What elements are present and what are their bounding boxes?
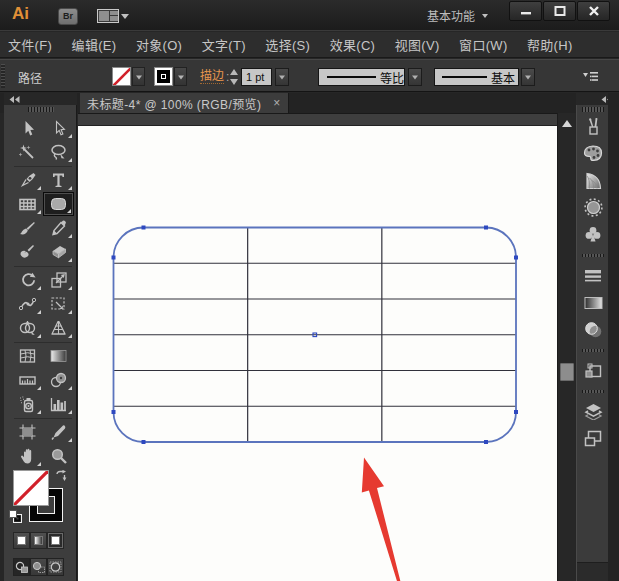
scrollbar-thumb[interactable] xyxy=(560,363,574,381)
bridge-button[interactable]: Br xyxy=(58,8,78,25)
default-fill-stroke-icon[interactable] xyxy=(9,510,22,523)
toolbar-grip[interactable] xyxy=(28,107,54,112)
panel-grip[interactable] xyxy=(1,64,5,88)
zoom-tool[interactable] xyxy=(43,444,74,468)
brushes-panel-button[interactable] xyxy=(577,113,609,140)
stroke-dropdown-button[interactable] xyxy=(174,67,187,86)
appearance-panel-button[interactable] xyxy=(577,194,609,221)
draw-inside-button[interactable] xyxy=(47,558,64,576)
rectangular-grid-tool[interactable] xyxy=(12,192,43,216)
free-transform-tool[interactable] xyxy=(43,292,74,316)
anchor-point[interactable] xyxy=(142,440,146,444)
stroke-panel-link[interactable]: 描边 xyxy=(200,70,224,84)
none-button[interactable] xyxy=(47,532,64,549)
artboard-tool[interactable] xyxy=(12,420,43,444)
fill-swatch-none[interactable] xyxy=(112,67,131,86)
symbol-sprayer-tool[interactable] xyxy=(12,392,43,416)
pencil-tool[interactable] xyxy=(43,216,74,240)
type-tool[interactable] xyxy=(43,168,74,192)
menu-item-8[interactable]: 帮助(H) xyxy=(527,35,573,54)
stroke-weight-input[interactable]: 1 pt xyxy=(241,68,272,86)
stroke-weight-dropdown-button[interactable] xyxy=(275,68,289,86)
layers-panel-button[interactable] xyxy=(577,398,609,425)
stroke-weight-stepper[interactable] xyxy=(230,68,241,86)
menu-item-0[interactable]: 文件(F) xyxy=(8,35,52,54)
artwork-table[interactable] xyxy=(78,113,557,581)
width-profile-dropdown-button[interactable] xyxy=(408,68,422,86)
lasso-tool[interactable] xyxy=(43,140,74,164)
anchor-point[interactable] xyxy=(484,440,488,444)
gradient-panel-button[interactable] xyxy=(577,289,609,316)
maximize-button[interactable] xyxy=(543,1,576,21)
stroke-swatch-black[interactable] xyxy=(154,67,173,86)
blend-tool[interactable] xyxy=(43,368,74,392)
swap-fill-stroke-icon[interactable] xyxy=(55,470,67,482)
selection-tool[interactable] xyxy=(12,116,43,140)
artboards-panel-button[interactable] xyxy=(577,425,609,452)
menu-item-4[interactable]: 选择(S) xyxy=(265,35,310,54)
anchor-point[interactable] xyxy=(112,256,116,260)
minimize-button[interactable] xyxy=(509,1,542,21)
dock-separator-grip[interactable] xyxy=(577,384,609,398)
menu-item-6[interactable]: 视图(V) xyxy=(395,35,440,54)
paintbrush-tool[interactable] xyxy=(12,216,43,240)
menu-item-7[interactable]: 窗口(W) xyxy=(459,35,507,54)
workspace-switcher[interactable]: 基本功能 xyxy=(427,0,488,31)
color-panel-button[interactable] xyxy=(577,140,609,167)
stepper-up-icon[interactable] xyxy=(230,69,238,75)
eraser-tool[interactable] xyxy=(43,240,74,264)
perspective-grid-tool[interactable] xyxy=(43,316,74,340)
stepper-down-icon[interactable] xyxy=(230,79,238,85)
draw-normal-button[interactable] xyxy=(13,558,30,576)
measure-tool[interactable] xyxy=(12,368,43,392)
anchor-point[interactable] xyxy=(112,410,116,414)
arrange-documents-button[interactable] xyxy=(97,9,129,24)
gradient-tool[interactable] xyxy=(43,344,74,368)
slice-tool[interactable] xyxy=(43,420,74,444)
collapse-toolbar-icon[interactable] xyxy=(9,96,20,103)
scale-tool[interactable] xyxy=(43,268,74,292)
width-tool[interactable] xyxy=(12,292,43,316)
menu-item-3[interactable]: 文字(T) xyxy=(202,35,246,54)
direct-selection-tool[interactable] xyxy=(43,116,74,140)
document-tab[interactable]: 未标题-4* @ 100% (RGB/预览) × xyxy=(80,93,289,113)
menu-item-5[interactable]: 效果(C) xyxy=(330,35,376,54)
anchor-point[interactable] xyxy=(142,226,146,230)
color-button[interactable] xyxy=(13,532,30,549)
rounded-rectangle-tool[interactable] xyxy=(43,192,74,216)
menu-item-1[interactable]: 编辑(E) xyxy=(72,35,117,54)
vertical-scrollbar[interactable] xyxy=(557,113,575,581)
transparency-panel-button[interactable] xyxy=(577,316,609,343)
symbols-panel-button[interactable] xyxy=(577,221,609,248)
fill-dropdown-button[interactable] xyxy=(132,67,145,86)
dock-separator-grip[interactable] xyxy=(577,343,609,357)
dock-grip[interactable] xyxy=(582,107,604,112)
tab-close-icon[interactable]: × xyxy=(273,98,280,108)
magic-wand-tool[interactable] xyxy=(12,140,43,164)
shape-builder-tool[interactable] xyxy=(12,316,43,340)
draw-behind-button[interactable] xyxy=(30,558,47,576)
control-panel-menu-icon[interactable] xyxy=(583,71,599,82)
brush-definition-dropdown-button[interactable] xyxy=(521,68,535,86)
fill-indicator-none[interactable] xyxy=(13,470,49,506)
close-button[interactable] xyxy=(577,1,610,21)
brush-definition-combo[interactable]: 基本 xyxy=(434,68,519,86)
blob-brush-tool[interactable] xyxy=(12,240,43,264)
gradient-button[interactable] xyxy=(30,532,47,549)
anchor-point[interactable] xyxy=(514,410,518,414)
scroll-up-icon[interactable] xyxy=(562,120,572,127)
color-guide-panel-button[interactable] xyxy=(577,167,609,194)
dock-separator-grip[interactable] xyxy=(577,248,609,262)
column-graph-tool[interactable] xyxy=(43,392,74,416)
menu-item-2[interactable]: 对象(O) xyxy=(136,35,182,54)
width-profile-combo[interactable]: 等比 xyxy=(318,68,405,86)
rotate-tool[interactable] xyxy=(12,268,43,292)
graphic-styles-panel-button[interactable] xyxy=(577,357,609,384)
pen-tool[interactable] xyxy=(12,168,43,192)
stroke-panel-button[interactable] xyxy=(577,262,609,289)
mesh-tool[interactable] xyxy=(12,344,43,368)
canvas-area[interactable] xyxy=(78,113,557,581)
anchor-point[interactable] xyxy=(484,226,488,230)
anchor-point[interactable] xyxy=(514,256,518,260)
hand-tool[interactable] xyxy=(12,444,43,468)
